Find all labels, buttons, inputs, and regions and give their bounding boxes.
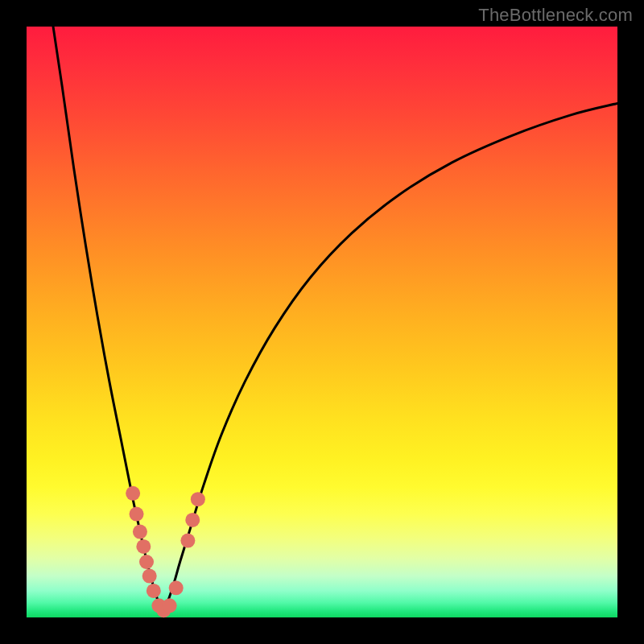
chart-plot-area bbox=[27, 27, 617, 617]
marker-point bbox=[130, 507, 144, 522]
marker-point bbox=[180, 534, 195, 548]
marker-point bbox=[126, 486, 140, 501]
marker-point bbox=[163, 598, 177, 613]
marker-point bbox=[169, 580, 184, 595]
marker-point bbox=[147, 584, 161, 598]
chart-frame: TheBottleneck.com bbox=[0, 0, 644, 644]
chart-svg bbox=[27, 27, 617, 617]
marker-point bbox=[142, 569, 157, 584]
marker-point bbox=[136, 539, 151, 554]
series-right-branch bbox=[163, 103, 617, 611]
marker-point bbox=[185, 513, 200, 527]
series-layer bbox=[53, 27, 617, 612]
marker-point bbox=[139, 555, 154, 569]
marker-layer bbox=[126, 486, 205, 617]
series-left-branch bbox=[53, 27, 163, 612]
marker-point bbox=[191, 492, 205, 506]
marker-point bbox=[133, 525, 147, 539]
watermark-text: TheBottleneck.com bbox=[478, 5, 633, 26]
